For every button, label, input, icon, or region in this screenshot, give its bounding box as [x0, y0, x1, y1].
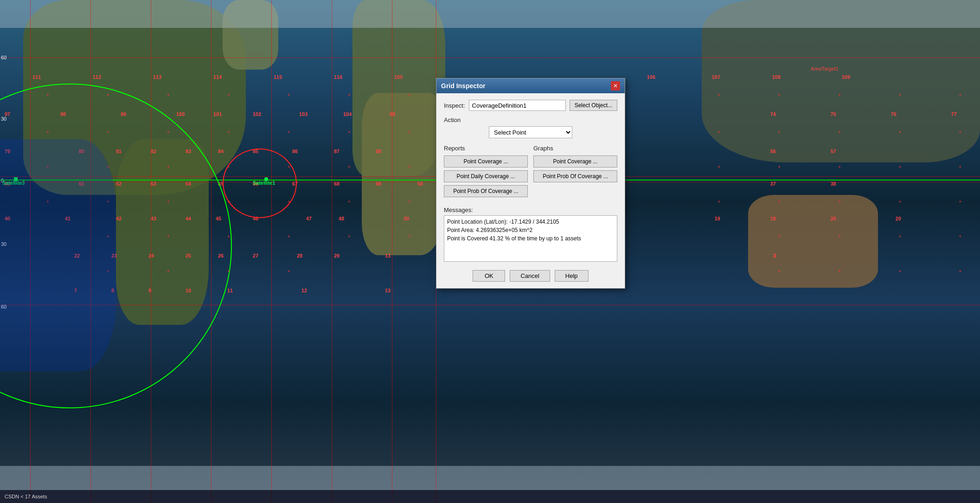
grid-label-99: 99: [121, 111, 126, 117]
grid-label-69: 69: [376, 181, 381, 187]
grid-label-25: 25: [186, 253, 191, 258]
grid-marker-r: +: [898, 269, 901, 274]
grid-label-45: 45: [216, 216, 221, 221]
satellite3-dot: [14, 177, 18, 181]
grid-marker: +: [288, 200, 290, 204]
grid-marker: +: [46, 200, 49, 204]
reports-title: Reports: [444, 145, 528, 152]
grid-label-86: 86: [292, 148, 298, 154]
grid-label-50: 50: [417, 181, 423, 187]
grid-label-13b: 13: [385, 288, 391, 293]
point-coverage-report-button[interactable]: Point Coverage ...: [444, 155, 528, 168]
grid-label-76: 76: [891, 111, 897, 117]
point-daily-coverage-button[interactable]: Point Daily Coverage ...: [444, 170, 528, 182]
grid-label-105: 105: [394, 74, 403, 80]
dialog-body: Inspect: Select Object... Action Select …: [436, 93, 625, 288]
grid-marker: +: [348, 200, 351, 204]
grid-label-42: 42: [116, 216, 122, 221]
grid-label-43: 43: [151, 216, 156, 221]
grid-label-83: 83: [186, 148, 191, 154]
grid-label-40: 40: [5, 216, 10, 221]
grid-label-79: 79: [5, 148, 10, 154]
grid-label-77: 77: [951, 111, 957, 117]
inspect-field[interactable]: [469, 100, 566, 111]
grid-label-44: 44: [186, 216, 191, 221]
grid-marker: +: [227, 200, 230, 204]
grid-marker: +: [227, 165, 230, 169]
grid-label-38: 38: [831, 181, 836, 187]
grid-label-57: 57: [831, 148, 836, 154]
grid-label-111: 111: [32, 74, 41, 80]
dialog-titlebar[interactable]: Grid Inspector ✕: [436, 78, 625, 93]
grid-label-28: 28: [297, 253, 302, 258]
grid-label-104: 104: [343, 111, 352, 117]
grid-label-65: 65: [218, 181, 224, 187]
action-select-wrap: Select Point: [444, 126, 617, 138]
satellite1-label: Satellite1: [253, 180, 275, 186]
grid-label-8: 8: [111, 288, 114, 293]
point-prob-of-coverage-button[interactable]: Point Prob Of Coverage ...: [444, 185, 528, 197]
message-line-3: Point is Covered 41.32 % of the time by …: [447, 234, 614, 243]
help-button[interactable]: Help: [555, 270, 589, 282]
grid-marker: +: [348, 165, 351, 169]
grid-label-13: 13: [385, 253, 391, 258]
grid-label-46: 46: [253, 216, 258, 221]
grid-label-48: 48: [339, 216, 344, 221]
lat-label-60n: 60: [1, 55, 6, 60]
action-dropdown[interactable]: Select Point: [489, 126, 572, 138]
grid-marker-r: +: [838, 165, 841, 169]
dialog-footer: OK Cancel Help: [444, 268, 617, 282]
grid-label-7: 7: [74, 288, 77, 293]
graphs-title: Graphs: [533, 145, 617, 152]
point-coverage-graph-button[interactable]: Point Coverage ...: [533, 155, 617, 168]
grid-marker: +: [288, 234, 290, 239]
grid-label-26: 26: [218, 253, 224, 258]
grid-marker: +: [348, 93, 351, 97]
grid-label-23: 23: [111, 253, 117, 258]
grid-marker-r: +: [778, 165, 781, 169]
message-line-2: Point Area: 4.26936325e+05 km^2: [447, 226, 614, 234]
message-line-1: Point Location (Lat/Lon): -17.1429 / 344…: [447, 218, 614, 226]
grid-marker: +: [107, 234, 109, 239]
dialog-title: Grid Inspector: [441, 82, 486, 90]
grid-marker: +: [107, 200, 109, 204]
grid-marker: +: [288, 93, 290, 97]
grid-label-r3: 3: [773, 253, 776, 258]
grid-label-47: 47: [306, 216, 312, 221]
close-button[interactable]: ✕: [611, 81, 620, 90]
grid-label-97: 97: [5, 111, 10, 117]
grid-label-106: 106: [647, 74, 655, 80]
grid-label-10: 10: [186, 288, 191, 293]
grid-label-63: 63: [151, 181, 156, 187]
grid-label-101: 101: [213, 111, 222, 117]
select-object-button[interactable]: Select Object...: [570, 100, 617, 111]
grid-label-12: 12: [301, 288, 307, 293]
grid-marker: +: [288, 130, 290, 135]
grid-label-41: 41: [65, 216, 70, 221]
grid-label-102: 102: [253, 111, 261, 117]
grid-label-103: 103: [299, 111, 307, 117]
grid-marker-r: +: [959, 269, 961, 274]
ok-button[interactable]: OK: [473, 270, 505, 282]
lat-label-30s: 30: [1, 241, 6, 247]
grid-marker-r: +: [959, 165, 961, 169]
grid-label-112: 112: [93, 74, 101, 80]
grid-label-100: 100: [176, 111, 185, 117]
grid-label-116: 116: [334, 74, 342, 80]
point-prob-coverage-graph-button[interactable]: Point Prob Of Coverage ...: [533, 170, 617, 182]
grid-label-24: 24: [148, 253, 154, 258]
grid-label-30: 30: [404, 216, 409, 221]
grid-label-64: 64: [186, 181, 191, 187]
grid-label-19: 19: [770, 216, 776, 221]
graphs-column: Graphs Point Coverage ... Point Prob Of …: [533, 145, 617, 200]
grid-label-108: 108: [772, 74, 781, 80]
grid-marker: +: [227, 234, 230, 239]
grid-marker-r: +: [898, 200, 901, 204]
reports-column: Reports Point Coverage ... Point Daily C…: [444, 145, 528, 200]
grid-label-29: 29: [334, 253, 339, 258]
action-label: Action: [444, 116, 617, 123]
grid-label-113: 113: [153, 74, 161, 80]
cancel-button[interactable]: Cancel: [510, 270, 550, 282]
grid-marker: +: [348, 234, 351, 239]
grid-marker-r: +: [898, 234, 901, 239]
